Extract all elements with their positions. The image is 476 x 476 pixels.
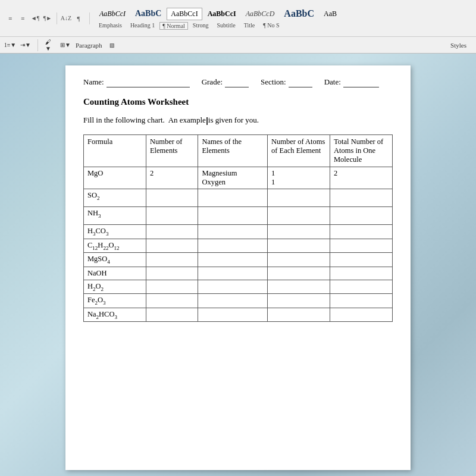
- grade-field: Grade:: [202, 77, 249, 87]
- cell-formula: Na2HCO3: [84, 308, 146, 322]
- date-line[interactable]: [343, 77, 379, 87]
- cell-names: [198, 294, 268, 308]
- list-indent-icon[interactable]: ≡: [5, 13, 15, 24]
- cell-names: [198, 225, 268, 239]
- list-dedent-icon[interactable]: ≡: [17, 13, 28, 24]
- cell-num-atoms: 11: [268, 167, 330, 189]
- toolbar-left: ≡ ≡ ◄¶ ¶► A↓Z ¶: [5, 12, 84, 24]
- emphasis-label: Emphasis: [95, 22, 126, 30]
- cell-num-elements: [146, 267, 198, 280]
- col-total: Total Number of Atoms in One Molecule: [330, 135, 393, 167]
- paragraph-mark-icon[interactable]: ¶: [73, 13, 84, 24]
- cell-formula: Fe2O3: [84, 294, 146, 308]
- cell-num-atoms: [268, 294, 330, 308]
- cell-formula: H2O2: [84, 280, 146, 294]
- cell-names: [198, 239, 268, 253]
- style-strong[interactable]: AaBbCcI: [203, 8, 240, 20]
- cell-total: [330, 280, 393, 294]
- paper: Name: Grade: Section: Date: Counting Ato…: [65, 65, 411, 470]
- table-row: Fe2O3: [84, 294, 393, 308]
- rtl-icon[interactable]: ◄¶: [30, 13, 40, 24]
- cell-num-elements: [146, 239, 198, 253]
- table-row: MgSO4: [84, 253, 393, 267]
- grade-label: Grade:: [202, 77, 223, 87]
- cell-names: [198, 308, 268, 322]
- instructions: Fill in the following chart. An examplei…: [83, 115, 393, 125]
- cell-names: [198, 253, 268, 267]
- col-names: Names of the Elements: [198, 135, 268, 167]
- numbering-icon[interactable]: 1≡▼: [5, 40, 15, 51]
- section-line[interactable]: [289, 77, 312, 87]
- strong-label: Strong: [189, 22, 212, 30]
- cell-names: [198, 280, 268, 294]
- ltr-icon[interactable]: ¶►: [42, 13, 53, 24]
- element-name: Magnesium: [202, 169, 264, 178]
- cell-num-atoms: [268, 253, 330, 267]
- table-row: SO2: [84, 189, 393, 207]
- styles-row: AaBbCcI AaBbC AaBbCcI AaBbCcI AaBbCcD Aa…: [95, 7, 471, 21]
- worksheet-title: Counting Atoms Worksheet: [83, 97, 393, 107]
- style-normal[interactable]: AaBbCcI: [167, 8, 202, 20]
- cell-num-elements: [146, 308, 198, 322]
- borders-icon[interactable]: ⊞▼: [60, 40, 71, 51]
- table-row: MgO2MagnesiumOxygen112: [84, 167, 393, 189]
- cell-num-atoms: [268, 225, 330, 239]
- cell-num-elements: [146, 189, 198, 207]
- cell-num-atoms: [268, 239, 330, 253]
- table-row: NH3: [84, 207, 393, 225]
- table-header-row: Formula Number of Elements Names of the …: [84, 135, 393, 167]
- cell-total: [330, 189, 393, 207]
- styles-panel: AaBbCcI AaBbC AaBbCcI AaBbCcI AaBbCcD Aa…: [95, 7, 471, 30]
- text-cursor: [206, 117, 208, 125]
- style-title[interactable]: AaBbC: [280, 7, 318, 21]
- style-emphasis[interactable]: AaBbCcI: [95, 8, 130, 20]
- table-body: MgO2MagnesiumOxygen112SO2NH3H3CO3C12H22O…: [84, 167, 393, 322]
- cell-total: [330, 294, 393, 308]
- grade-line[interactable]: [225, 77, 249, 87]
- col-num-atoms: Number of Atoms of Each Element: [268, 135, 330, 167]
- styles-labels: Emphasis Heading 1 ¶ Normal Strong Subti…: [95, 22, 471, 30]
- cell-total: [330, 225, 393, 239]
- toolbar-secondary: 1≡▼ ⇥▼ 🖌▼ ⊞▼ Paragraph ▧ Styles: [0, 37, 476, 54]
- toolbar-divider-2: [89, 12, 90, 24]
- cell-total: [330, 267, 393, 280]
- cell-num-elements: [146, 294, 198, 308]
- cell-formula: MgO: [84, 167, 146, 189]
- cell-formula: H3CO3: [84, 225, 146, 239]
- toolbar-divider: [57, 12, 57, 24]
- cell-formula: C12H22O12: [84, 239, 146, 253]
- cell-num-atoms: [268, 280, 330, 294]
- name-line[interactable]: [107, 77, 190, 87]
- name-label: Name:: [83, 77, 104, 87]
- section-field: Section:: [261, 77, 312, 87]
- styles-label: Styles: [450, 42, 466, 49]
- style-heading1[interactable]: AaBbC: [131, 7, 165, 20]
- toolbar: ≡ ≡ ◄¶ ¶► A↓Z ¶ AaBbCcI AaBbC AaBbCcI Aa…: [0, 0, 476, 37]
- toolbar-icons: ≡ ≡ ◄¶ ¶► A↓Z ¶: [5, 12, 84, 24]
- atom-count: 1: [271, 178, 326, 187]
- cell-num-elements: [146, 225, 198, 239]
- element-name: Oxygen: [202, 178, 264, 187]
- style-subtitle[interactable]: AaBbCcD: [242, 8, 279, 20]
- paragraph-expand-icon[interactable]: ▧: [107, 40, 118, 51]
- az-sort-icon[interactable]: A↓Z: [61, 13, 71, 24]
- normal-label: ¶ Normal: [159, 22, 188, 30]
- atoms-table: Formula Number of Elements Names of the …: [83, 134, 393, 322]
- paragraph-label: Paragraph: [76, 42, 102, 49]
- cell-num-elements: [146, 253, 198, 267]
- table-row: H2O2: [84, 280, 393, 294]
- cell-formula: MgSO4: [84, 253, 146, 267]
- cell-total: 2: [330, 167, 393, 189]
- cell-names: [198, 207, 268, 225]
- cell-formula: NaOH: [84, 267, 146, 280]
- indent-icon[interactable]: ⇥▼: [20, 40, 31, 51]
- divider3: [37, 39, 38, 51]
- nos-label: ¶ No S: [259, 22, 283, 30]
- table-row: C12H22O12: [84, 239, 393, 253]
- style-nos[interactable]: AaB: [320, 8, 341, 20]
- col-num-elements: Number of Elements: [146, 135, 198, 167]
- shading-icon[interactable]: 🖌▼: [45, 40, 55, 51]
- name-field: Name:: [83, 77, 190, 87]
- cell-num-atoms: [268, 189, 330, 207]
- table-row: Na2HCO3: [84, 308, 393, 322]
